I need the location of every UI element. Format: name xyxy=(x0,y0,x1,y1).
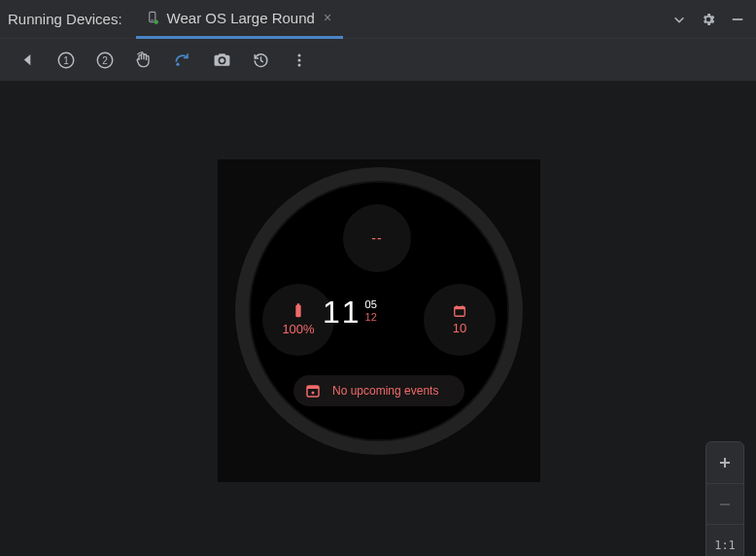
reset-time-icon[interactable] xyxy=(247,47,274,74)
svg-text:2: 2 xyxy=(102,54,108,65)
svg-rect-19 xyxy=(307,386,319,389)
svg-rect-16 xyxy=(457,305,458,308)
event-calendar-icon xyxy=(305,383,321,399)
svg-point-20 xyxy=(312,392,315,395)
dropdown-chevron-icon[interactable] xyxy=(667,7,692,32)
clock-time: 11 05 12 xyxy=(323,295,377,330)
panel-title: Running Devices: xyxy=(8,11,132,27)
more-vert-icon[interactable] xyxy=(286,47,313,74)
svg-point-11 xyxy=(298,63,301,66)
svg-rect-17 xyxy=(462,305,463,308)
zoom-in-button[interactable] xyxy=(706,442,743,483)
button-one-icon[interactable]: 1 xyxy=(52,47,80,74)
svg-rect-15 xyxy=(455,307,465,310)
zoom-actual-button[interactable]: 1:1 xyxy=(706,524,743,556)
tilt-icon[interactable] xyxy=(169,47,196,74)
watch-bezel: -- 100% 10 11 05 xyxy=(235,167,523,455)
complication-events[interactable]: No upcoming events xyxy=(293,375,464,406)
phone-icon xyxy=(146,11,160,25)
clock-seconds: 12 xyxy=(365,311,377,324)
button-two-icon[interactable]: 2 xyxy=(91,47,119,74)
device-tab-label: Wear OS Large Round xyxy=(167,10,315,26)
emulator-toolbar: 1 2 xyxy=(0,39,756,82)
complication-top[interactable]: -- xyxy=(343,204,411,272)
device-frame: -- 100% 10 11 05 xyxy=(218,159,540,482)
svg-point-8 xyxy=(176,62,179,65)
close-tab-icon[interactable]: × xyxy=(322,10,333,25)
calendar-day-value: 10 xyxy=(453,321,466,335)
svg-rect-12 xyxy=(295,305,300,317)
screenshot-camera-icon[interactable] xyxy=(208,47,235,74)
battery-icon xyxy=(292,303,304,319)
svg-point-9 xyxy=(298,53,301,56)
device-tab[interactable]: Wear OS Large Round × xyxy=(136,0,344,39)
one-to-one-label: 1:1 xyxy=(714,539,736,552)
svg-rect-13 xyxy=(297,303,300,305)
complication-calendar[interactable]: 10 xyxy=(424,284,496,356)
clock-hours: 11 xyxy=(323,295,361,330)
events-text: No upcoming events xyxy=(332,384,438,398)
back-button[interactable] xyxy=(14,47,41,74)
svg-point-2 xyxy=(154,19,157,23)
calendar-icon xyxy=(453,304,466,318)
gear-icon[interactable] xyxy=(696,7,721,32)
svg-rect-1 xyxy=(151,19,154,20)
palm-gesture-icon[interactable] xyxy=(130,47,157,74)
svg-text:1: 1 xyxy=(63,54,69,65)
battery-value: 100% xyxy=(282,322,314,336)
watch-screen[interactable]: -- 100% 10 11 05 xyxy=(251,183,507,439)
clock-minutes: 05 xyxy=(365,298,377,311)
svg-point-10 xyxy=(298,58,301,61)
complication-top-value: -- xyxy=(371,230,382,246)
svg-rect-3 xyxy=(733,18,743,20)
minimize-icon[interactable] xyxy=(725,7,750,32)
window-topbar: Running Devices: Wear OS Large Round × xyxy=(0,0,756,39)
zoom-out-button[interactable] xyxy=(706,483,743,524)
emulator-viewport: -- 100% 10 11 05 xyxy=(0,82,756,556)
zoom-controls: 1:1 xyxy=(705,441,744,556)
